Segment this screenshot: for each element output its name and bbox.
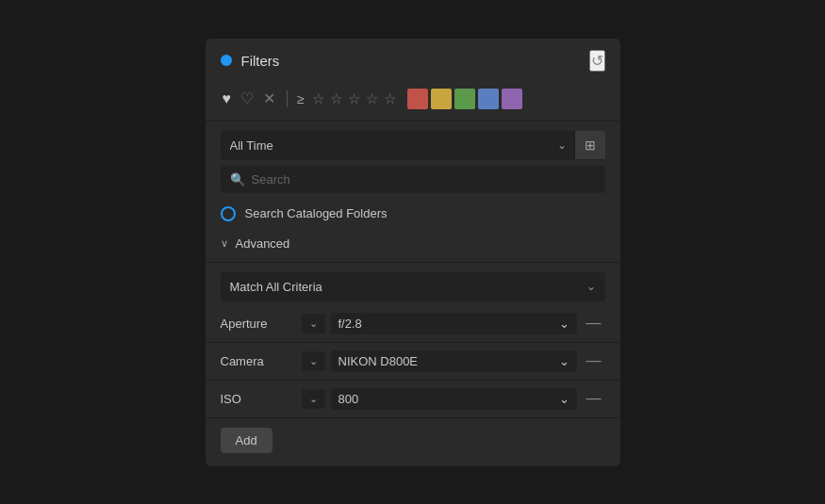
time-select[interactable]: All Time — [221, 131, 550, 160]
iso-label: ISO — [221, 392, 296, 406]
star-2-icon: ☆ — [330, 90, 342, 107]
panel-header: Filters ↺ — [206, 39, 620, 81]
separator — [287, 90, 288, 107]
x-mark-icon: ✕ — [263, 89, 275, 107]
calendar-icon: ⊞ — [585, 138, 596, 153]
heart-filled-icon: ♥ — [223, 90, 232, 107]
catalog-label: Search Cataloged Folders — [245, 206, 388, 220]
swatch-purple[interactable] — [502, 89, 522, 109]
iso-value-text: 800 — [338, 392, 359, 406]
star-4-icon: ☆ — [366, 90, 378, 107]
swatch-blue[interactable] — [478, 89, 499, 109]
aperture-value[interactable]: f/2.8 ⌄ — [331, 313, 577, 334]
add-row: Add — [206, 418, 620, 466]
star-5-icon: ☆ — [384, 90, 396, 107]
catalog-folders-row[interactable]: Search Cataloged Folders — [206, 199, 620, 229]
camera-criteria-row: Camera ⌄ NIKON D800E ⌄ — — [206, 343, 620, 381]
camera-operator-button[interactable]: ⌄ — [302, 351, 325, 371]
reset-button[interactable]: ↺ — [589, 50, 605, 72]
camera-remove-button[interactable]: — — [583, 352, 605, 369]
heart-filled-button[interactable]: ♥ — [221, 90, 234, 107]
iso-value[interactable]: 800 ⌄ — [331, 388, 577, 410]
aperture-op-chevron-icon: ⌄ — [309, 317, 318, 330]
camera-value-chevron-icon: ⌄ — [559, 354, 569, 368]
swatch-yellow[interactable] — [431, 89, 452, 109]
aperture-label: Aperture — [221, 317, 296, 331]
gte-icon: ≥ — [297, 91, 305, 106]
camera-value[interactable]: NIKON D800E ⌄ — [331, 350, 577, 372]
filters-panel: Filters ↺ ♥ ♡ ✕ ≥ ☆ ☆ ☆ ☆ ☆ All Tim — [206, 39, 620, 466]
panel-title: Filters — [241, 53, 280, 69]
catalog-circle-icon — [221, 206, 236, 221]
advanced-label: Advanced — [236, 236, 290, 251]
calendar-button[interactable]: ⊞ — [574, 131, 605, 159]
aperture-value-text: f/2.8 — [338, 317, 362, 331]
match-criteria-row[interactable]: Match All Criteria ⌄ — [221, 272, 605, 301]
iso-operator-button[interactable]: ⌄ — [302, 389, 325, 409]
match-chevron-icon: ⌄ — [586, 280, 596, 293]
search-input[interactable] — [252, 172, 596, 187]
camera-label: Camera — [221, 354, 296, 368]
header-left: Filters — [221, 53, 280, 69]
aperture-operator-button[interactable]: ⌄ — [302, 314, 325, 333]
advanced-chevron-icon: ∨ — [221, 237, 228, 250]
camera-value-text: NIKON D800E — [338, 354, 419, 368]
iso-op-chevron-icon: ⌄ — [309, 393, 318, 405]
heart-outline-icon: ♡ — [240, 89, 254, 107]
time-dropdown-icon: ⌄ — [550, 138, 574, 152]
active-indicator — [221, 55, 232, 66]
iso-criteria-row: ISO ⌄ 800 ⌄ — — [206, 381, 620, 418]
search-row: 🔍 — [221, 166, 605, 193]
clear-flag-button[interactable]: ✕ — [261, 89, 277, 107]
iso-value-chevron-icon: ⌄ — [559, 392, 569, 406]
aperture-criteria-row: Aperture ⌄ f/2.8 ⌄ — — [206, 305, 620, 343]
add-button[interactable]: Add — [221, 428, 272, 453]
iso-remove-button[interactable]: — — [583, 390, 605, 407]
color-swatches — [407, 89, 522, 109]
swatch-red[interactable] — [407, 89, 428, 109]
star-1-icon: ☆ — [312, 90, 324, 107]
heart-outline-button[interactable]: ♡ — [239, 89, 256, 107]
aperture-value-chevron-icon: ⌄ — [559, 317, 569, 331]
swatch-green[interactable] — [454, 89, 475, 109]
star-3-icon: ☆ — [348, 90, 360, 107]
search-icon: 🔍 — [230, 172, 245, 187]
advanced-row[interactable]: ∨ Advanced — [206, 229, 620, 263]
time-filter-row[interactable]: All Time ⌄ ⊞ — [221, 131, 605, 160]
aperture-remove-button[interactable]: — — [583, 315, 605, 332]
filter-icon-row: ♥ ♡ ✕ ≥ ☆ ☆ ☆ ☆ ☆ — [206, 81, 620, 122]
camera-op-chevron-icon: ⌄ — [309, 355, 318, 367]
match-criteria-label: Match All Criteria — [230, 280, 586, 294]
